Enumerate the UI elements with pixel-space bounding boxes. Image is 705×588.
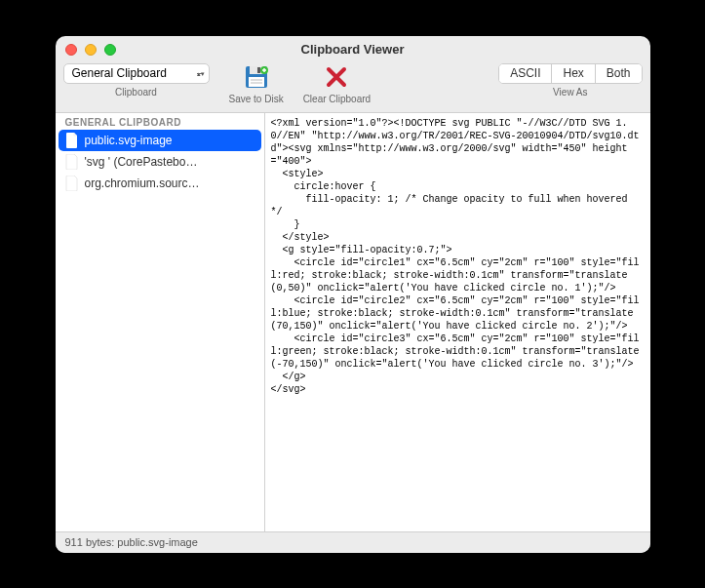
sidebar-item-svg-corepaste[interactable]: 'svg ' (CorePastebo… [56,151,264,173]
save-label: Save to Disk [229,94,284,104]
titlebar[interactable]: Clipboard Viewer [56,36,650,63]
clipboard-section: General Clipboard ▴▾ Clipboard [63,63,210,98]
main-area: GENERAL CLIPBOARD public.svg-image 'svg … [56,112,650,531]
maximize-button[interactable] [104,44,116,56]
svg-rect-2 [257,67,260,73]
viewas-ascii-button[interactable]: ASCII [499,64,552,83]
sidebar-item-label: org.chromium.sourc… [85,176,200,190]
floppy-disk-icon [242,63,271,91]
sidebar-item-label: 'svg ' (CorePastebo… [85,155,198,169]
viewas-segmented: ASCII Hex Both [498,63,642,84]
sidebar-item-public-svg[interactable]: public.svg-image [59,130,261,151]
sidebar: GENERAL CLIPBOARD public.svg-image 'svg … [56,113,265,531]
viewas-both-button[interactable]: Both [596,64,642,83]
statusbar: 911 bytes: public.svg-image [56,531,650,553]
sidebar-item-chromium-source[interactable]: org.chromium.sourc… [56,173,264,194]
content-view[interactable]: <?xml version="1.0"?><!DOCTYPE svg PUBLI… [265,113,650,531]
x-icon [322,63,351,91]
sidebar-item-label: public.svg-image [85,134,173,147]
clipboard-select-value: General Clipboard [72,66,167,80]
window-title: Clipboard Viewer [65,42,641,57]
svg-rect-3 [249,77,264,87]
clear-label: Clear Clipboard [303,94,371,104]
sidebar-header: GENERAL CLIPBOARD [56,113,264,130]
save-to-disk-button[interactable]: Save to Disk [229,63,284,104]
viewas-label: View As [553,87,587,98]
file-icon [65,133,79,148]
traffic-lights [65,44,116,56]
clipboard-label: Clipboard [115,87,157,98]
app-window: Clipboard Viewer General Clipboard ▴▾ Cl… [56,36,650,553]
viewas-section: ASCII Hex Both View As [498,63,642,98]
file-icon [65,176,79,191]
toolbar: General Clipboard ▴▾ Clipboard Save to D… [56,63,650,112]
clear-clipboard-button[interactable]: Clear Clipboard [303,63,371,104]
minimize-button[interactable] [85,44,97,56]
updown-icon: ▴▾ [197,71,205,76]
file-icon [65,154,79,170]
status-text: 911 bytes: public.svg-image [65,536,198,548]
viewas-hex-button[interactable]: Hex [552,64,595,83]
close-button[interactable] [65,44,77,56]
clipboard-select[interactable]: General Clipboard ▴▾ [63,63,210,84]
